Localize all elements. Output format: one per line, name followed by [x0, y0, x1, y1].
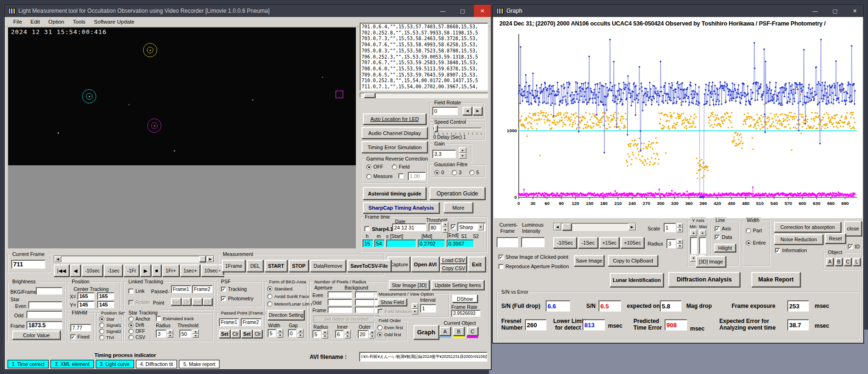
measurement-button[interactable]: SaveToCSV-File [347, 260, 391, 272]
mid-input[interactable]: 0.2702 [418, 239, 445, 247]
transport-button[interactable]: 1sec+ [180, 264, 200, 277]
psf-photometry-checkbox[interactable]: Photometry [221, 296, 253, 301]
passed-frame1-input[interactable]: Frame1 [219, 318, 239, 326]
close-button[interactable]: ✕ [474, 5, 491, 17]
graph-maximize-button[interactable]: ▢ [826, 5, 843, 17]
gaussian-5-radio[interactable]: 5 [469, 170, 479, 175]
menu-item[interactable]: Option [44, 19, 68, 25]
audio-channel-button[interactable]: Audio Channel Display [362, 127, 428, 139]
bkg-width-spinner[interactable] [277, 329, 283, 338]
object-a-graph-button[interactable]: A [826, 258, 834, 266]
object-b-graph-button[interactable]: B [835, 258, 843, 266]
graph-radius-input[interactable]: 3 [666, 239, 676, 248]
fwhm-input[interactable]: 7.77 [70, 324, 91, 332]
hour-input[interactable]: 15 [362, 239, 373, 247]
bkg-gap-input[interactable]: 0 [288, 329, 296, 337]
fwhm-fixed-checkbox[interactable]: Fixed [70, 334, 90, 340]
graph-scroll-thumb[interactable] [562, 223, 572, 230]
predicted-value[interactable]: 908 [665, 319, 687, 331]
data-list-scroll-thumb[interactable] [364, 93, 375, 98]
exit-button[interactable]: Exit [468, 256, 486, 272]
end-input[interactable]: 0.3967 [447, 239, 474, 247]
sn-value[interactable]: 6.5 [598, 300, 621, 312]
px-odd-aperture[interactable] [328, 299, 352, 306]
id-checkbox[interactable]: ID [848, 244, 860, 249]
axis-checkbox[interactable]: Axis [715, 226, 731, 231]
track-threshold-input[interactable]: 50 [179, 330, 192, 338]
passed-clr2-button[interactable]: Clr [253, 330, 262, 338]
passed-frame2-input[interactable]: Frame2 [241, 318, 261, 326]
sharpcap-analysis-button[interactable]: SharpCap Timing Analysis [363, 202, 439, 213]
field-rotate-left-button[interactable] [463, 107, 472, 115]
transport-button[interactable]: -1Fr [124, 264, 139, 277]
frame-rate-input[interactable]: 3.9526693 [451, 310, 480, 317]
color-value-button[interactable]: Color Value [12, 331, 60, 340]
expected-value[interactable]: 5.8 [660, 300, 682, 312]
object-c-graph-button[interactable]: C [844, 258, 851, 266]
object-a-button[interactable]: A [439, 327, 451, 336]
passed-clr1-button[interactable]: Clr [231, 330, 240, 338]
information-checkbox[interactable]: Information [775, 247, 807, 253]
bkg-gap-spinner[interactable] [297, 329, 303, 338]
field-rotate-right-button[interactable] [473, 107, 482, 115]
make-report-button[interactable]: Make Report [751, 272, 801, 287]
noise-reduction-button[interactable]: Noise Reduction [774, 234, 823, 245]
passed-set1-button[interactable]: Set [219, 330, 230, 338]
image-3d-button[interactable]: [3D] Image [696, 256, 726, 267]
frame-scroll-right[interactable] [207, 256, 214, 262]
copy-clipboard-button[interactable]: Copy to ClipBoard [608, 255, 658, 266]
measurement-data-list[interactable]: 701.0,6.4,"",15,53,57.7403,57.8668,15,53… [360, 23, 488, 91]
px-inner-input[interactable]: 6 [335, 330, 344, 338]
frame-brightness-input[interactable]: 1873.5 [26, 321, 62, 329]
gamma-off-radio[interactable]: OFF [366, 164, 383, 170]
asteroid-timing-guide-button[interactable]: Asteroid timing guide [363, 187, 426, 200]
graph-scrollbar[interactable] [553, 223, 636, 231]
operation-guide-button[interactable]: Operation Guide [430, 187, 485, 200]
data-list-line[interactable]: 701.0,6.4,"",15,53,57.7403,57.8668,15,53… [362, 24, 487, 30]
plus-10sec-button[interactable]: +10Sec [621, 237, 644, 248]
gaussian-0-radio[interactable]: 0 [434, 170, 444, 175]
x2-input[interactable]: 165 [97, 292, 114, 300]
posset-signal2-radio[interactable]: Signal2 [99, 329, 121, 334]
set-radius-button[interactable]: Set radius to recorded [313, 315, 379, 323]
frame-scrollbar[interactable] [54, 255, 214, 263]
frame-time-checkbox[interactable] [364, 226, 370, 231]
gamma-field-radio[interactable]: Field [392, 164, 410, 170]
part-radio[interactable]: Part [746, 228, 762, 233]
load-csv-button[interactable]: Load CSV [440, 256, 467, 264]
star-image-3d-button[interactable]: Star Image [3D] [389, 280, 430, 290]
data-list-line[interactable]: 707.0,6.7,"",15,53,59.2583,59.3848,15,53… [362, 60, 487, 66]
link-checkbox[interactable]: Link [128, 288, 144, 294]
show-image-checkbox[interactable]: Show Image of Clicked point [498, 254, 568, 260]
data-list-line[interactable]: 706.0,252.3,"",15,53,59.0053,59.1318,15,… [362, 54, 487, 60]
object-l-graph-button[interactable]: L [853, 258, 860, 266]
bkg-standard-radio[interactable]: Standard [267, 286, 293, 291]
gain-spinner[interactable] [459, 147, 466, 159]
graph-close-button[interactable]: ✕ [846, 5, 863, 17]
graph-current-frame-input[interactable] [497, 237, 518, 247]
minus-10sec-button[interactable]: -10Sec [553, 237, 577, 248]
more-button[interactable]: More [444, 202, 473, 213]
sharp-mode-checkbox[interactable] [451, 224, 456, 230]
gaussian-3-radio[interactable]: 3 [452, 170, 462, 175]
graph-scroll-left[interactable] [554, 223, 561, 230]
diffraction-analysis-button[interactable]: Diffraction Analysis [668, 272, 740, 287]
scale-spinner[interactable] [677, 223, 683, 232]
graph-radius-spinner[interactable] [677, 239, 683, 248]
ymax-up[interactable] [699, 230, 706, 236]
bkg-meteor-radio[interactable]: Meteor/Lunar Limb [267, 301, 312, 306]
lower-limit-value[interactable]: 813 [582, 319, 605, 331]
hilight-button[interactable]: Hilight [714, 244, 736, 252]
linked-frame1-input[interactable]: Frame1 [171, 285, 191, 293]
direction-setting-button[interactable]: Direction Setting [268, 310, 304, 320]
speed-slider-track[interactable] [433, 128, 481, 130]
auto-location-led-button[interactable]: Auto Location for LED [363, 113, 426, 125]
measurement-button[interactable]: 1Frame [222, 260, 245, 272]
track-threshold-spinner[interactable] [193, 330, 199, 338]
video-frame-lower-field[interactable] [8, 165, 356, 248]
graph-button[interactable]: Graph [413, 325, 439, 340]
px-even-aperture[interactable] [328, 291, 352, 298]
bkg-avoid-radio[interactable]: Avoid Sunlit Face [267, 294, 309, 299]
px-outer-input[interactable]: 20 [358, 330, 368, 338]
px-inner-spinner[interactable] [345, 330, 351, 339]
